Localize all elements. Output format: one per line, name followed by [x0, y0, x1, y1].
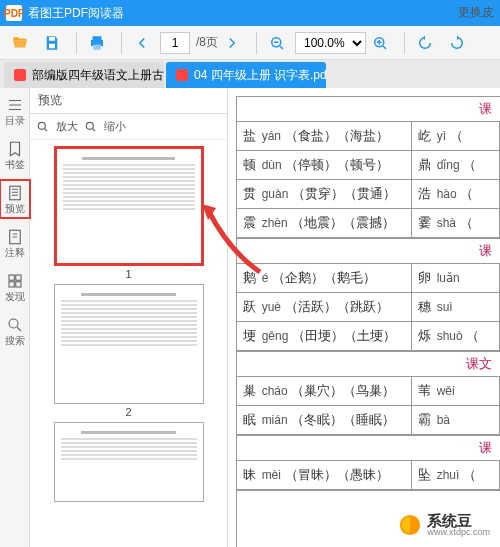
page-indicator: /8页 — [160, 32, 218, 54]
char-cell: 鹅 é （企鹅）（鹅毛） — [237, 264, 412, 292]
zoom-in-link[interactable]: 放大 — [56, 119, 78, 134]
tab-label: 04 四年级上册 识字表.pdf — [194, 67, 326, 84]
thumbnail-1[interactable]: 1 — [54, 146, 204, 280]
separator — [256, 32, 257, 54]
sidebar-item-notes[interactable]: 注释 — [2, 226, 28, 260]
rotate-right-button[interactable] — [443, 29, 471, 57]
app-logo: PDF — [6, 5, 22, 21]
char-cell: 埂 gěng （田埂）（土埂） — [237, 322, 412, 350]
char-cell: 霎 shà （ — [412, 209, 500, 237]
char-cell: 屹 yì （ — [412, 122, 500, 150]
page-total: /8页 — [196, 34, 218, 51]
char-cell: 巢 cháo （巢穴）（鸟巢） — [237, 377, 412, 405]
char-cell: 盐 yán （食盐）（海盐） — [237, 122, 412, 150]
char-cell: 穗 suì — [412, 293, 500, 321]
app-title: 看图王PDF阅读器 — [28, 5, 124, 22]
prev-page-button[interactable] — [128, 29, 156, 57]
svg-rect-12 — [15, 282, 20, 287]
char-cell: 坠 zhuì （ — [412, 461, 500, 489]
char-cell: 浩 hào （ — [412, 180, 500, 208]
svg-point-15 — [86, 122, 93, 129]
separator — [404, 32, 405, 54]
svg-rect-7 — [9, 186, 20, 200]
table-row: 埂 gěng （田埂）（土埂）烁 shuò （ — [237, 322, 500, 351]
preview-toolbar: 放大 缩小 — [30, 114, 227, 140]
svg-point-14 — [38, 122, 45, 129]
zoom-out-link[interactable]: 缩小 — [104, 119, 126, 134]
section-head: 课 — [237, 239, 500, 264]
tab-label: 部编版四年级语文上册古诗背诵 — [32, 67, 164, 84]
section-head: 课文 — [237, 352, 500, 377]
save-button[interactable] — [38, 29, 66, 57]
char-cell: 跃 yuè （活跃）（跳跃） — [237, 293, 412, 321]
sidebar-item-preview[interactable]: 预览 — [2, 182, 28, 216]
zoom-select[interactable]: 100.0% — [295, 32, 366, 54]
table-row: 眠 mián （冬眠）（睡眠）霸 bà — [237, 406, 500, 435]
watermark-logo-icon — [399, 514, 421, 536]
sidebar-item-discover[interactable]: 发现 — [2, 270, 28, 304]
table-row: 昧 mèi （冒昧）（愚昧）坠 zhuì （ — [237, 461, 500, 490]
main-toolbar: /8页 100.0% 更换皮 — [0, 26, 500, 60]
magnify-icon — [84, 120, 98, 134]
char-cell: 顿 dùn （停顿）（顿号） — [237, 151, 412, 179]
sidebar: 目录 书签 预览 注释 发现 搜索 — [0, 88, 30, 547]
svg-rect-10 — [15, 275, 20, 280]
sidebar-item-toc[interactable]: 目录 — [2, 94, 28, 128]
next-page-button[interactable] — [218, 29, 246, 57]
table-row: 盐 yán （食盐）（海盐）屹 yì （ — [237, 122, 500, 151]
pdf-icon — [14, 69, 26, 81]
char-cell: 霸 bà — [412, 406, 500, 434]
zoom-in-button[interactable] — [366, 29, 394, 57]
thumb-page-number: 1 — [125, 268, 131, 280]
sidebar-item-bookmarks[interactable]: 书签 — [2, 138, 28, 172]
skin-link[interactable]: 更换皮 — [458, 4, 494, 21]
open-file-button[interactable] — [6, 29, 34, 57]
separator — [76, 32, 77, 54]
section-head: 课 — [237, 97, 500, 122]
separator — [121, 32, 122, 54]
svg-rect-2 — [93, 36, 102, 40]
char-cell: 昧 mèi （冒昧）（愚昧） — [237, 461, 412, 489]
watermark-name: 系统豆 — [427, 513, 490, 528]
svg-point-13 — [9, 319, 18, 328]
char-cell: 卵 luǎn — [412, 264, 500, 292]
table-row: 顿 dùn （停顿）（顿号）鼎 dǐng （ — [237, 151, 500, 180]
char-cell: 贯 guàn （贯穿）（贯通） — [237, 180, 412, 208]
page-input[interactable] — [160, 32, 190, 54]
svg-rect-0 — [49, 37, 55, 41]
zoom-out-button[interactable] — [263, 29, 291, 57]
pdf-icon — [176, 69, 188, 81]
table-row: 震 zhèn （地震）（震撼）霎 shà （ — [237, 209, 500, 238]
section-head: 课 — [237, 436, 500, 461]
document-tabs: 部编版四年级语文上册古诗背诵× 04 四年级上册 识字表.pdf× — [0, 60, 500, 88]
table-row: 鹅 é （企鹅）（鹅毛）卵 luǎn — [237, 264, 500, 293]
print-button[interactable] — [83, 29, 111, 57]
char-cell: 鼎 dǐng （ — [412, 151, 500, 179]
table-row: 跃 yuè （活跃）（跳跃）穗 suì — [237, 293, 500, 322]
thumbnails: 1 2 — [30, 140, 227, 547]
char-cell: 苇 wěi — [412, 377, 500, 405]
table-row: 贯 guàn （贯穿）（贯通）浩 hào （ — [237, 180, 500, 209]
preview-panel: 预览 放大 缩小 1 2 — [30, 88, 228, 547]
char-cell: 震 zhèn （地震）（震撼） — [237, 209, 412, 237]
thumbnail-2[interactable]: 2 — [54, 284, 204, 418]
document-view[interactable]: 课盐 yán （食盐）（海盐）屹 yì （顿 dùn （停顿）（顿号）鼎 dǐn… — [228, 88, 500, 547]
char-cell: 眠 mián （冬眠）（睡眠） — [237, 406, 412, 434]
svg-rect-1 — [49, 43, 55, 48]
sidebar-item-search[interactable]: 搜索 — [2, 314, 28, 348]
tab-doc-1[interactable]: 部编版四年级语文上册古诗背诵× — [4, 62, 164, 88]
svg-rect-9 — [9, 275, 14, 280]
svg-rect-4 — [93, 44, 101, 49]
svg-rect-11 — [9, 282, 14, 287]
char-cell: 烁 shuò （ — [412, 322, 500, 350]
magnify-icon — [36, 120, 50, 134]
watermark-url: www.xtdpc.com — [427, 528, 490, 537]
watermark: 系统豆www.xtdpc.com — [395, 511, 494, 539]
preview-title: 预览 — [30, 88, 227, 114]
titlebar: PDF 看图王PDF阅读器 — [0, 0, 500, 26]
thumb-page-number: 2 — [125, 406, 131, 418]
rotate-left-button[interactable] — [411, 29, 439, 57]
thumbnail-3[interactable] — [54, 422, 204, 502]
tab-doc-2[interactable]: 04 四年级上册 识字表.pdf× — [166, 62, 326, 88]
table-row: 巢 cháo （巢穴）（鸟巢）苇 wěi — [237, 377, 500, 406]
